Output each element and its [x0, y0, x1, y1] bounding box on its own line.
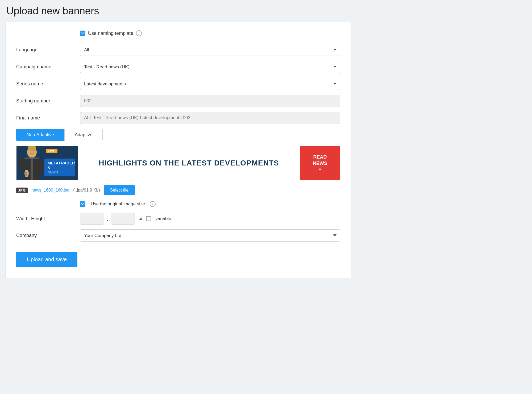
company-label: Company [16, 233, 80, 238]
file-type-badge: JPG [16, 188, 28, 193]
final-name-input[interactable] [80, 112, 340, 124]
campaign-name-label: Campaign name [16, 64, 80, 70]
original-size-info-icon[interactable]: i [150, 201, 156, 207]
dimensions-or: or [139, 216, 143, 221]
language-select-wrapper: All English German French Spanish [80, 44, 340, 56]
dimensions-comma: , [107, 215, 108, 222]
banner-arrows: » [313, 167, 327, 172]
banner-right-section: READ NEWS » [300, 146, 340, 180]
language-row: Language All English German French Spani… [16, 44, 340, 56]
page-title: Upload new banners [5, 5, 351, 17]
form-card: Use naming template i Language All Engli… [5, 22, 351, 278]
campaign-name-select-wrapper: Test - Read news (UK) Campaign A Campaig… [80, 61, 340, 73]
campaign-name-row: Campaign name Test - Read news (UK) Camp… [16, 61, 340, 73]
starting-number-label: Starting number [16, 98, 80, 104]
width-input[interactable] [80, 213, 104, 225]
naming-template-row: Use naming template i [16, 30, 340, 36]
banner-left-section: LIVE METATRADER 5 NEWS [16, 146, 78, 180]
original-size-label: Use the original image size [91, 201, 145, 207]
banner-metatrader-title: METATRADER 5 [48, 161, 72, 170]
banner-headline: HIGHLIGHTS ON THE LATEST DEVELOPMENTS [99, 159, 279, 167]
dimensions-label: Width, Height [16, 216, 80, 222]
company-row: Company Your Company Ltd. Company A Comp… [16, 229, 340, 242]
starting-number-row: Starting number [16, 95, 340, 107]
file-name: news_1600_160.jpg [31, 188, 69, 193]
naming-template-checkbox[interactable] [80, 31, 85, 36]
banner-live-badge: LIVE [46, 149, 57, 153]
company-select[interactable]: Your Company Ltd. Company A Company B [80, 229, 340, 242]
banner-metatrader-news: NEWS [48, 170, 72, 174]
width-height-row: Width, Height , or variable [16, 213, 340, 225]
series-name-label: Series name [16, 81, 80, 87]
select-file-button[interactable]: Select file [104, 185, 135, 195]
banner-middle-section: HIGHLIGHTS ON THE LATEST DEVELOPMENTS [78, 146, 300, 180]
language-label: Language [16, 47, 80, 53]
series-name-select-wrapper: Latest developments Series A Series B [80, 78, 340, 90]
naming-template-info-icon[interactable]: i [136, 30, 142, 36]
file-meta: ( .jpg/91.9 Kb) [73, 188, 100, 193]
upload-save-button[interactable]: Upload and save [16, 252, 77, 267]
starting-number-input[interactable] [80, 95, 340, 107]
original-size-row: Use the original image size i [16, 201, 340, 207]
series-name-select[interactable]: Latest developments Series A Series B [80, 78, 340, 90]
banner-read-news: READ NEWS » [313, 154, 327, 172]
original-size-checkbox[interactable] [80, 201, 85, 207]
banner-read-news-line2: NEWS [313, 160, 327, 167]
final-name-row: Final name [16, 112, 340, 124]
variable-check: variable [146, 216, 171, 221]
campaign-name-select[interactable]: Test - Read news (UK) Campaign A Campaig… [80, 61, 340, 73]
svg-rect-8 [25, 172, 27, 176]
tab-non-adaptive[interactable]: Non-Adaptive [16, 129, 64, 141]
banner-read-news-line1: READ [313, 154, 327, 160]
file-info-row: JPG news_1600_160.jpg ( .jpg/91.9 Kb) Se… [16, 185, 340, 195]
language-select[interactable]: All English German French Spanish [80, 44, 340, 56]
final-name-label: Final name [16, 115, 80, 121]
svg-rect-4 [33, 159, 40, 180]
height-input[interactable] [111, 213, 135, 225]
banner-preview: LIVE METATRADER 5 NEWS HIGHLIGHTS ON THE… [16, 146, 340, 180]
company-select-wrapper: Your Company Ltd. Company A Company B [80, 229, 340, 242]
series-name-row: Series name Latest developments Series A… [16, 78, 340, 90]
variable-checkbox[interactable] [146, 216, 151, 221]
banner-type-tabs: Non-Adaptive Adaptive [16, 129, 340, 141]
variable-label: variable [155, 216, 171, 221]
tab-adaptive[interactable]: Adaptive [64, 129, 103, 141]
banner-person-svg [16, 146, 47, 180]
banner-metatrader-box: METATRADER 5 NEWS [44, 159, 75, 176]
naming-template-label: Use naming template [88, 31, 133, 36]
